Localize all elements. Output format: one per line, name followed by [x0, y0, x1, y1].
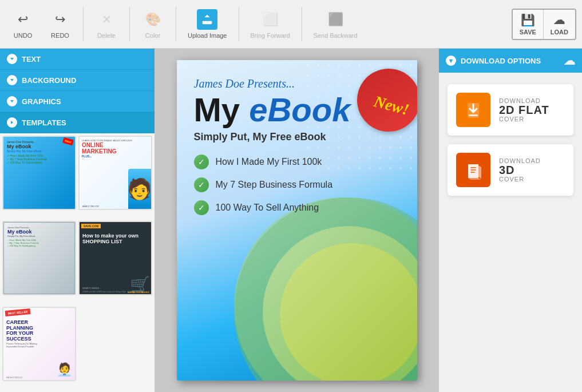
template-subtitle: Simply Put, My Free eBook: [7, 149, 72, 153]
template-author: WHAT'S INSIDE...: [82, 287, 101, 290]
save-label: SAVE: [520, 29, 536, 35]
background-section-label: BACKGROUND: [22, 76, 76, 85]
template-title: How to make your ownSHOPPING LIST: [82, 233, 148, 245]
svg-rect-5: [469, 114, 478, 116]
cover-title: My eBook: [194, 93, 400, 126]
save-icon: 💾: [521, 13, 535, 27]
templates-grid: New! James Doe Presents... My eBook Simp…: [0, 133, 155, 392]
templates-arrow-icon: [7, 117, 17, 128]
sidebar: TEXT BACKGROUND GRAPHICS TEMPLATES: [0, 49, 155, 392]
right-panel: ▼ DOWNLOAD OPTIONS ☁ DOWNLOAD 2D FLAT CO…: [439, 49, 582, 392]
save-load-group: 💾 SAVE ☁ LOAD: [512, 9, 576, 40]
toolbar-separator-3: [176, 7, 176, 41]
check-icon: ✓: [194, 155, 209, 169]
download-3d-cover: COVER: [499, 176, 541, 183]
svg-marker-1: [10, 79, 14, 81]
save-button[interactable]: 💾 SAVE: [513, 10, 544, 39]
cover-author: James Doe Presents...: [194, 77, 400, 90]
upload-image-button[interactable]: Upload Image: [182, 6, 233, 42]
download-3d-button[interactable]: DOWNLOAD 3D COVER: [448, 144, 573, 196]
undo-label: UNDO: [14, 32, 32, 39]
redo-label: REDO: [51, 32, 69, 39]
download-header-icon: ▼: [446, 56, 456, 66]
load-label: LOAD: [551, 29, 568, 35]
color-label: Color: [145, 32, 160, 39]
color-button[interactable]: 🎨 Color: [136, 6, 170, 42]
main-area: TEXT BACKGROUND GRAPHICS TEMPLATES: [0, 49, 582, 392]
cloud-icon: ☁: [564, 54, 575, 68]
template-title: My eBook: [7, 144, 72, 149]
list-item: ✓ My 7 Step Business Formula: [194, 177, 400, 192]
template-badge: BEST SELLER: [5, 308, 31, 316]
list-item[interactable]: LEARN HOW TO INCREASE SALES THROUGH ONLI…: [78, 136, 152, 210]
delete-icon: ✕: [96, 9, 117, 30]
download-2d-icon: [456, 93, 490, 127]
cover-content: James Doe Presents... My eBook Simply Pu…: [194, 77, 400, 215]
redo-button[interactable]: ↪ REDO: [43, 6, 77, 42]
list-item: ✓ How I Made My First 100k: [194, 155, 400, 169]
delete-button[interactable]: ✕ Delete: [89, 6, 124, 42]
download-options-label: DOWNLOAD OPTIONS: [461, 57, 541, 65]
template-sub: PLUS...: [82, 155, 149, 158]
download-2d-cover: COVER: [499, 116, 549, 122]
cover-subtitle: Simply Put, My Free eBook: [194, 131, 400, 143]
download-3d-type: 3D: [499, 164, 541, 176]
send-backward-icon: ⬛: [325, 9, 346, 30]
canvas-area[interactable]: New! James Doe Presents... My eBook Simp…: [155, 49, 439, 392]
toolbar-separator-2: [129, 7, 130, 41]
toolbar-separator-4: [239, 7, 239, 41]
color-icon: 🎨: [142, 9, 163, 30]
download-options-content: DOWNLOAD 2D FLAT COVER DO: [439, 73, 582, 207]
list-item: ✓ 100 Way To Sell Anything: [194, 200, 400, 215]
download-2d-type: 2D FLAT: [499, 104, 549, 116]
delete-label: Delete: [97, 32, 116, 39]
list-item-text: My 7 Step Business Formula: [216, 180, 333, 190]
list-item[interactable]: BEST SELLER CAREERPLANNINGFOR YOURSUCCES…: [2, 307, 76, 381]
book-cover[interactable]: New! James Doe Presents... My eBook Simp…: [177, 60, 417, 381]
list-item-text: How I Made My First 100k: [216, 157, 322, 167]
send-backward-label: Send Backward: [314, 32, 358, 39]
check-icon: ✓: [194, 200, 209, 215]
download-3d-text: DOWNLOAD 3D COVER: [499, 157, 541, 183]
background-arrow-icon: [7, 75, 17, 85]
send-backward-button[interactable]: ⬛ Send Backward: [308, 6, 363, 42]
template-items: ✓ How I Made My First 100k ✓ My 7 Step B…: [7, 154, 72, 164]
template-sub: Simply Put, My Free eBook: [7, 235, 71, 237]
undo-button[interactable]: ↩ UNDO: [6, 6, 40, 42]
sidebar-item-templates[interactable]: TEMPLATES: [0, 112, 155, 133]
upload-image-icon: [197, 9, 217, 30]
download-options-header: ▼ DOWNLOAD OPTIONS ☁: [439, 49, 582, 73]
load-button[interactable]: ☁ LOAD: [544, 10, 575, 39]
list-item[interactable]: James Doe Presents... My eBook Simply Pu…: [2, 221, 76, 295]
svg-marker-0: [10, 58, 14, 60]
sidebar-item-background[interactable]: BACKGROUND: [0, 70, 155, 91]
text-arrow-icon: [7, 54, 17, 64]
redo-icon: ↪: [50, 9, 70, 30]
template-author: JAMES TAYLOR: [82, 205, 99, 208]
check-icon: ✓: [194, 177, 209, 192]
template-title: My eBook: [7, 229, 71, 235]
list-item[interactable]: New! James Doe Presents... My eBook Simp…: [2, 136, 76, 210]
list-item-text: 100 Way To Sell Anything: [216, 203, 319, 213]
svg-marker-3: [11, 121, 13, 124]
template-badge: SAVE.COM: [81, 224, 101, 228]
sidebar-item-text[interactable]: TEXT: [0, 49, 155, 70]
template-figure: 🧑‍💼: [57, 362, 72, 377]
text-section-label: TEXT: [22, 55, 41, 64]
list-item[interactable]: SAVE.COM How to make your ownSHOPPING LI…: [78, 221, 152, 295]
svg-rect-6: [468, 164, 478, 178]
cover-title-ebook: eBook: [249, 91, 350, 128]
undo-icon: ↩: [13, 9, 33, 30]
download-2d-button[interactable]: DOWNLOAD 2D FLAT COVER: [448, 84, 573, 136]
template-items: ○ How I Made My First 100k ○ My 7 Step B…: [7, 239, 71, 247]
template-author2: MARIA RODRIGUEZ: [128, 291, 149, 294]
toolbar: ↩ UNDO ↪ REDO ✕ Delete 🎨 Color Upload Im…: [0, 0, 582, 49]
bring-forward-label: Bring Forward: [251, 32, 290, 39]
template-sub: Proven Techniques for MakingImpossible D…: [6, 342, 72, 348]
load-icon: ☁: [553, 13, 565, 27]
template-sub: LEARN and CALCULATE how to keep your Bud…: [82, 291, 126, 293]
sidebar-item-graphics[interactable]: GRAPHICS: [0, 91, 155, 112]
template-title: ONLINEMARKETING: [82, 142, 149, 155]
bring-forward-button[interactable]: ⬜ Bring Forward: [245, 6, 296, 42]
graphics-arrow-icon: [7, 96, 17, 106]
